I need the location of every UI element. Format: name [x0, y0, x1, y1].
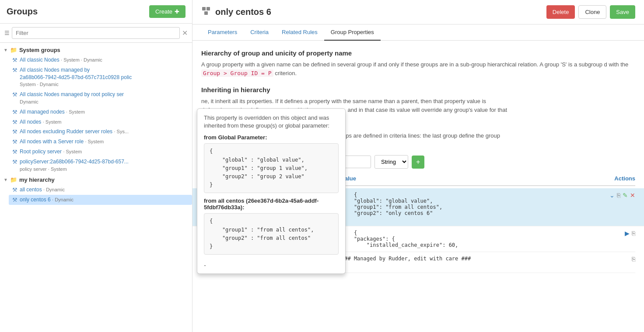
- node-icon: ⚒: [12, 91, 18, 98]
- item-meta: · Sys...: [114, 129, 129, 134]
- hierarchy-title: Hierarchy of group and unicity of proper…: [201, 49, 635, 57]
- create-button-label: Create: [155, 8, 172, 15]
- item-meta: System · Dynamic: [20, 82, 59, 87]
- my-hierarchy-header[interactable]: ▼ 📁 my hierarchy: [0, 175, 192, 185]
- item-meta: policy server · System: [20, 166, 67, 172]
- delete-icon[interactable]: ✕: [630, 192, 635, 199]
- from-centos-label: from all centos (26ee367d-6b2a-45a6-addf…: [204, 197, 339, 211]
- tabs-bar: Parameters Criteria Related Rules Group …: [192, 24, 644, 41]
- svg-rect-2: [204, 11, 208, 15]
- node-icon: ⚒: [12, 128, 18, 135]
- item-meta: · System · Dynamic: [61, 57, 102, 62]
- save-button[interactable]: Save: [610, 5, 635, 19]
- content-title: only centos 6: [201, 6, 271, 18]
- list-item[interactable]: ⚒ policyServer:2a68b066-7942-4d25-87bd-6…: [9, 157, 192, 174]
- list-item[interactable]: ⚒ Root policy server · System: [9, 147, 192, 157]
- item-meta: · Dynamic: [43, 187, 65, 192]
- list-item[interactable]: ⚒ All nodes excluding Rudder server role…: [9, 127, 192, 137]
- prop-actions: ⌄ ⎘ ✎ ✕: [592, 192, 635, 199]
- my-hierarchy-children: ⚒ all centos · Dynamic ⚒ only centos 6 ·…: [0, 185, 192, 205]
- list-item[interactable]: ⚒ all centos · Dynamic: [9, 185, 192, 195]
- group-icon: [201, 6, 211, 18]
- list-item[interactable]: ⚒ All classic Nodes · System · Dynamic: [9, 55, 192, 65]
- copy-icon[interactable]: ⎘: [632, 230, 635, 237]
- item-meta: · System: [85, 139, 104, 144]
- filter-clear-icon[interactable]: ✕: [182, 29, 188, 37]
- collapse-icon: ▼: [4, 177, 8, 182]
- prop-value: ### Managed by Rudder, edit with care ##…: [341, 256, 592, 262]
- item-name: All classic Nodes managed by root policy…: [20, 91, 124, 97]
- override-popover: This property is overridden on this obje…: [197, 108, 346, 274]
- my-hierarchy-label: my hierarchy: [19, 176, 55, 183]
- criterion-code: Group > Group ID = P: [201, 69, 273, 77]
- item-meta: · System: [43, 119, 62, 125]
- clone-button[interactable]: Clone: [578, 5, 606, 19]
- node-icon: ⚒: [12, 119, 18, 125]
- tab-criteria[interactable]: Criteria: [244, 24, 275, 41]
- item-name: All nodes excluding Rudder server roles: [20, 128, 112, 135]
- list-item[interactable]: ⚒ All classic Nodes managed by2a68b066-7…: [9, 65, 192, 90]
- groups-tree: ▼ 📁 System groups ⚒ All classic Nodes · …: [0, 43, 192, 332]
- plus-icon: ✚: [175, 8, 179, 15]
- copy-icon[interactable]: ⎘: [617, 192, 620, 199]
- add-property-button[interactable]: +: [412, 156, 424, 169]
- centos-code: { "group1" : "from all centos", "group2"…: [204, 213, 339, 255]
- tab-content: Hierarchy of group and unicity of proper…: [192, 41, 644, 332]
- expand-icon[interactable]: ▶: [625, 230, 630, 237]
- item-name: only centos 6: [20, 197, 51, 203]
- item-name: All classic Nodes managed by2a68b066-794…: [20, 67, 132, 80]
- copy-icon[interactable]: ⎘: [632, 256, 635, 263]
- tab-related-rules[interactable]: Related Rules: [275, 24, 324, 41]
- item-meta: · Dynamic: [52, 197, 74, 202]
- sidebar-title: Groups: [7, 7, 38, 17]
- col-actions: Actions: [592, 175, 635, 182]
- node-icon: ⚒: [12, 187, 18, 193]
- filter-input[interactable]: [12, 27, 180, 39]
- filter-icon: ☰: [4, 30, 10, 36]
- popover-dot: .: [204, 259, 339, 268]
- type-selector: String JSON: [374, 155, 408, 169]
- node-icon: ⚒: [12, 159, 18, 165]
- list-item[interactable]: ⚒ All classic Nodes managed by root poli…: [9, 90, 192, 107]
- svg-rect-1: [206, 7, 210, 10]
- node-icon: ⚒: [12, 149, 18, 155]
- system-groups-children: ⚒ All classic Nodes · System · Dynamic ⚒…: [0, 55, 192, 174]
- edit-icon[interactable]: ✎: [623, 192, 628, 199]
- expand-icon[interactable]: ⌄: [609, 192, 615, 199]
- node-icon: ⚒: [12, 67, 18, 73]
- inheriting-title: Inheriting in hierarchy: [201, 86, 635, 93]
- system-groups-header[interactable]: ▼ 📁 System groups: [0, 45, 192, 55]
- type-select[interactable]: String JSON: [375, 156, 408, 168]
- page-title: only centos 6: [215, 7, 271, 17]
- prop-actions: ⎘: [592, 256, 635, 263]
- prop-value: { "packages": { "installed_cache_expire"…: [341, 230, 592, 248]
- collapse-icon: ▼: [4, 48, 8, 52]
- item-meta: · System: [63, 149, 82, 154]
- popover-description: This property is overridden on this obje…: [204, 114, 339, 130]
- list-item[interactable]: ⚒ All managed nodes · System: [9, 107, 192, 117]
- tab-parameters[interactable]: Parameters: [201, 24, 244, 41]
- item-name: all centos: [20, 187, 42, 193]
- my-hierarchy-section: ▼ 📁 my hierarchy ⚒ all centos · Dynamic …: [0, 175, 192, 205]
- svg-rect-0: [202, 7, 206, 10]
- item-meta: · System: [66, 109, 85, 114]
- system-groups-section: ▼ 📁 System groups ⚒ All classic Nodes · …: [0, 45, 192, 174]
- folder-icon: 📁: [10, 47, 17, 53]
- tab-group-properties[interactable]: Group Properties: [324, 24, 381, 41]
- node-icon: ⚒: [12, 109, 18, 115]
- item-name: All managed nodes: [20, 109, 65, 115]
- hierarchy-text: A group property with a given name can b…: [201, 60, 635, 77]
- prop-value: { "global": "global value", "group1": "f…: [341, 192, 592, 222]
- item-name: All nodes with a Server role: [20, 138, 84, 145]
- header-actions: Delete Clone Save: [546, 5, 635, 19]
- item-meta: Dynamic: [20, 99, 38, 104]
- list-item[interactable]: ⚒ All nodes with a Server role · System: [9, 137, 192, 147]
- content-header: only centos 6 Delete Clone Save: [192, 0, 644, 24]
- node-icon: ⚒: [12, 197, 18, 203]
- list-item[interactable]: ⚒ All nodes · System: [9, 117, 192, 127]
- delete-button[interactable]: Delete: [546, 5, 575, 19]
- item-name: policyServer:2a68b066-7942-4d25-87bd-657…: [20, 159, 129, 165]
- create-button[interactable]: Create ✚: [149, 5, 186, 18]
- list-item[interactable]: ⚒ only centos 6 · Dynamic: [9, 195, 192, 205]
- item-name: Root policy server: [20, 149, 62, 155]
